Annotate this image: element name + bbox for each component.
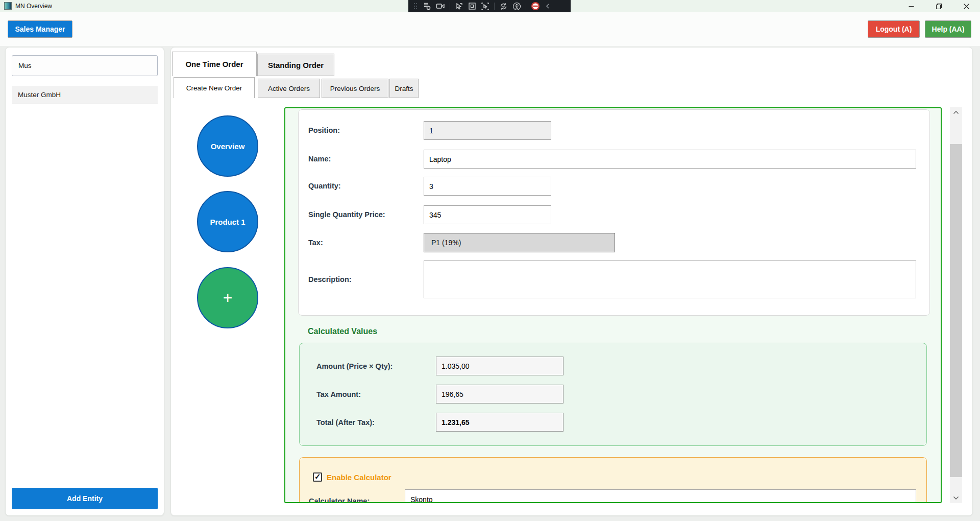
quantity-field[interactable]	[424, 177, 551, 196]
amount-label: Amount (Price × Qty):	[316, 362, 393, 371]
description-field[interactable]	[424, 260, 916, 298]
window-title: MN Overview	[15, 0, 52, 12]
collapse-left-icon[interactable]	[545, 2, 551, 10]
calculator-panel: Enable Calculator Calculator Name:	[299, 457, 927, 503]
tab-standing-order[interactable]: Standing Order	[257, 54, 334, 76]
enable-calculator-checkbox[interactable]	[313, 472, 322, 482]
tax-amount-field	[436, 385, 564, 404]
calculator-name-label: Calculator Name:	[309, 497, 370, 503]
position-label: Position:	[308, 126, 340, 135]
quantity-label: Quantity:	[308, 181, 341, 191]
screen-recorder-icon[interactable]	[436, 2, 445, 10]
logout-button[interactable]: Logout (A)	[868, 20, 920, 38]
tab-create-new-order[interactable]: Create New Order	[174, 77, 255, 98]
total-after-tax-field	[436, 413, 564, 432]
calculator-name-field[interactable]	[405, 489, 916, 503]
nav-circle-overview[interactable]: Overview	[197, 115, 258, 177]
tax-label: Tax:	[308, 238, 323, 247]
content-area: Muster GmbH Add Entity One Time Order St…	[0, 46, 980, 521]
entity-search-input[interactable]	[12, 55, 158, 76]
entity-list-item[interactable]: Muster GmbH	[12, 86, 158, 104]
scroll-up-icon[interactable]	[950, 107, 962, 117]
entity-sidebar: Muster GmbH Add Entity	[5, 47, 164, 516]
pointer-capture-icon[interactable]	[455, 2, 463, 11]
order-panel: One Time Order Standing Order Create New…	[170, 47, 973, 516]
restore-button[interactable]	[925, 0, 952, 12]
tax-selected-value: P1 (19%)	[431, 239, 461, 247]
toolbar-separator	[526, 3, 526, 10]
tax-amount-label: Tax Amount:	[316, 390, 361, 399]
element-frame-icon[interactable]	[468, 2, 476, 10]
single-quantity-price-label: Single Quantity Price:	[308, 210, 385, 219]
minimize-button[interactable]	[897, 0, 925, 12]
tab-drafts[interactable]: Drafts	[389, 79, 419, 98]
description-label: Description:	[308, 275, 352, 284]
nav-circle-product-1[interactable]: Product 1	[197, 191, 258, 252]
total-after-tax-label: Total (After Tax):	[316, 418, 375, 427]
add-entity-button[interactable]: Add Entity	[12, 488, 158, 509]
toolbar-separator	[494, 3, 495, 10]
close-button[interactable]	[952, 0, 980, 12]
vertical-scrollbar[interactable]	[950, 107, 962, 503]
enable-calculator-label: Enable Calculator	[327, 473, 391, 482]
tab-active-orders[interactable]: Active Orders	[258, 79, 320, 98]
tab-previous-orders[interactable]: Previous Orders	[322, 79, 388, 98]
position-field	[424, 121, 551, 140]
scrollbar-thumb[interactable]	[950, 144, 962, 477]
single-quantity-price-field[interactable]	[424, 205, 551, 224]
accessibility-icon[interactable]	[512, 2, 521, 11]
help-button[interactable]: Help (AA)	[925, 20, 971, 38]
test-settings-icon[interactable]	[423, 2, 431, 11]
amount-field	[436, 357, 564, 375]
pointer-frame-icon[interactable]	[481, 2, 489, 11]
capture-toolbar	[408, 0, 571, 12]
calculated-values-panel: Amount (Price × Qty): Tax Amount: Total …	[299, 343, 927, 446]
sales-manager-button[interactable]: Sales Manager	[8, 20, 72, 38]
name-label: Name:	[308, 154, 331, 163]
window-controls	[897, 0, 980, 12]
sync-verify-icon[interactable]	[499, 2, 508, 11]
stop-recording-icon[interactable]	[531, 2, 540, 11]
calculated-values-heading: Calculated Values	[308, 327, 377, 336]
order-form-scroll-region: Position: Name: Quantity: Single Quantit…	[284, 107, 942, 503]
toolbar-separator	[450, 3, 450, 10]
add-product-button[interactable]: +	[197, 267, 258, 328]
app-icon	[4, 2, 12, 10]
tab-one-time-order[interactable]: One Time Order	[172, 52, 257, 76]
scroll-down-icon[interactable]	[950, 493, 962, 503]
name-field[interactable]	[424, 150, 916, 169]
app-header: Sales Manager Logout (A) Help (AA)	[0, 12, 980, 46]
tax-combobox: P1 (19%)	[424, 233, 615, 252]
titlebar: MN Overview	[0, 0, 980, 12]
grip-handle-icon[interactable]	[413, 2, 418, 10]
product-form-panel: Position: Name: Quantity: Single Quantit…	[298, 109, 930, 316]
